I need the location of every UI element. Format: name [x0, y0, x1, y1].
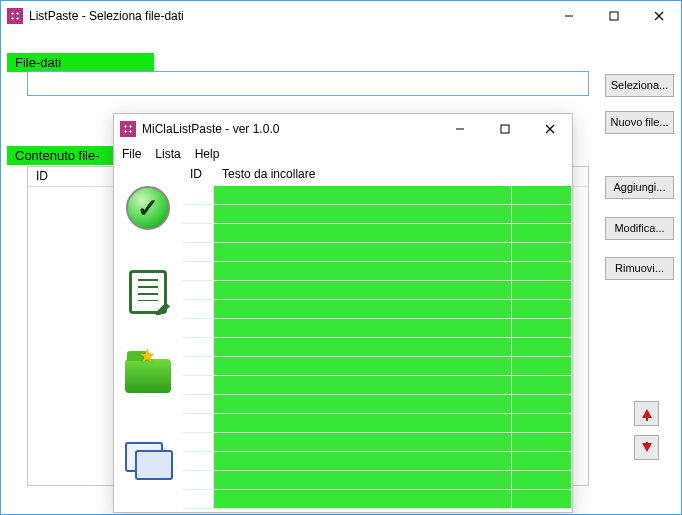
grid-row[interactable] [182, 262, 572, 281]
svg-rect-5 [501, 125, 509, 133]
tool-strip: ✓ [114, 164, 182, 512]
new-file-button[interactable]: Nuovo file... [605, 111, 674, 134]
grid-row[interactable] [182, 395, 572, 414]
grid-header-id[interactable]: ID [182, 164, 214, 186]
main-titlebar: ListPaste - Seleziona file-dati [1, 1, 681, 31]
grid-row[interactable] [182, 300, 572, 319]
edit-document-tool[interactable] [124, 268, 172, 316]
move-down-button[interactable] [634, 435, 659, 460]
paste-grid[interactable]: ID Testo da incollare [182, 164, 572, 512]
grid-row[interactable] [182, 205, 572, 224]
svg-rect-1 [610, 12, 618, 20]
grid-row[interactable] [182, 471, 572, 490]
document-edit-icon [129, 270, 167, 314]
close-button[interactable] [636, 1, 681, 31]
edit-button[interactable]: Modifica... [605, 217, 674, 240]
menu-file[interactable]: File [122, 147, 141, 161]
move-up-button[interactable] [634, 401, 659, 426]
select-file-button[interactable]: Seleziona... [605, 74, 674, 97]
child-menubar: File Lista Help [114, 144, 572, 164]
grid-row[interactable] [182, 338, 572, 357]
app-icon [7, 8, 23, 24]
remove-button[interactable]: Rimuovi... [605, 257, 674, 280]
minimize-button[interactable] [437, 114, 482, 144]
grid-row[interactable] [182, 224, 572, 243]
main-window-title: ListPaste - Seleziona file-dati [29, 9, 184, 23]
grid-header: ID Testo da incollare [182, 164, 572, 186]
child-window: MiClaListPaste - ver 1.0.0 File Lista He… [113, 113, 573, 513]
grid-row[interactable] [182, 376, 572, 395]
grid-body[interactable] [182, 186, 572, 512]
file-path-input[interactable] [27, 71, 589, 96]
maximize-button[interactable] [591, 1, 636, 31]
add-button[interactable]: Aggiungi... [605, 176, 674, 199]
menu-lista[interactable]: Lista [155, 147, 180, 161]
app-icon [120, 121, 136, 137]
grid-row[interactable] [182, 186, 572, 205]
grid-row[interactable] [182, 490, 572, 509]
child-window-title: MiClaListPaste - ver 1.0.0 [142, 122, 279, 136]
folder-star-icon [125, 359, 171, 393]
id-cards-icon [125, 442, 171, 478]
cards-tool[interactable] [124, 436, 172, 484]
maximize-button[interactable] [482, 114, 527, 144]
open-folder-tool[interactable] [124, 352, 172, 400]
confirm-tool[interactable]: ✓ [124, 184, 172, 232]
file-section-label: File-dati [7, 53, 154, 72]
grid-row[interactable] [182, 243, 572, 262]
grid-row[interactable] [182, 281, 572, 300]
menu-help[interactable]: Help [195, 147, 220, 161]
minimize-button[interactable] [546, 1, 591, 31]
check-circle-icon: ✓ [126, 186, 170, 230]
close-button[interactable] [527, 114, 572, 144]
child-titlebar: MiClaListPaste - ver 1.0.0 [114, 114, 572, 144]
grid-row[interactable] [182, 452, 572, 471]
grid-row[interactable] [182, 357, 572, 376]
grid-row[interactable] [182, 414, 572, 433]
grid-row[interactable] [182, 433, 572, 452]
grid-row[interactable] [182, 319, 572, 338]
grid-header-text[interactable]: Testo da incollare [214, 164, 572, 186]
